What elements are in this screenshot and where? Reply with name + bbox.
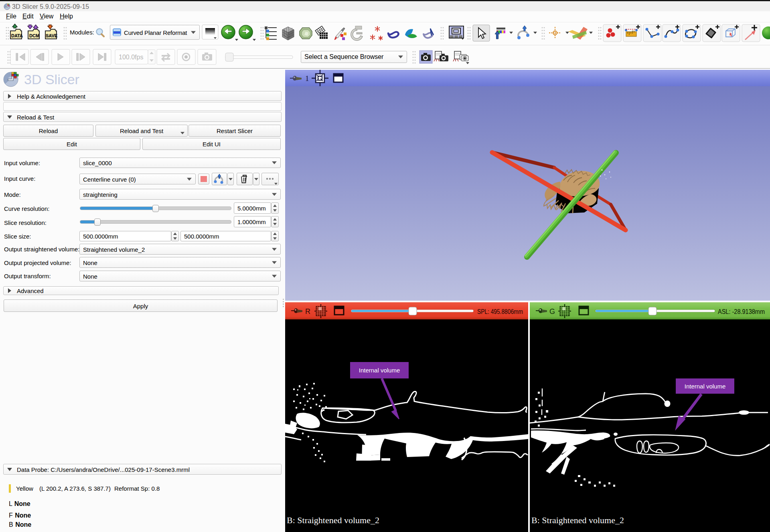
- svg-text:SPL: 495.8806mm: SPL: 495.8806mm: [477, 308, 523, 315]
- svg-text:Internal volume: Internal volume: [359, 367, 400, 374]
- svg-text:SAVE: SAVE: [46, 33, 57, 38]
- svg-text:G: G: [549, 307, 555, 316]
- svg-text:DCM: DCM: [29, 33, 39, 38]
- svg-text:B: Straightened volume_2: B: Straightened volume_2: [287, 515, 379, 525]
- svg-text:B: Straightened volume_2: B: Straightened volume_2: [531, 515, 624, 525]
- svg-text:DATA: DATA: [11, 33, 23, 38]
- svg-text:R: R: [305, 307, 310, 316]
- svg-text:100.0fps: 100.0fps: [119, 54, 143, 61]
- svg-text:Internal volume: Internal volume: [685, 383, 726, 390]
- svg-text:ASL: -28.9138mm: ASL: -28.9138mm: [718, 308, 765, 315]
